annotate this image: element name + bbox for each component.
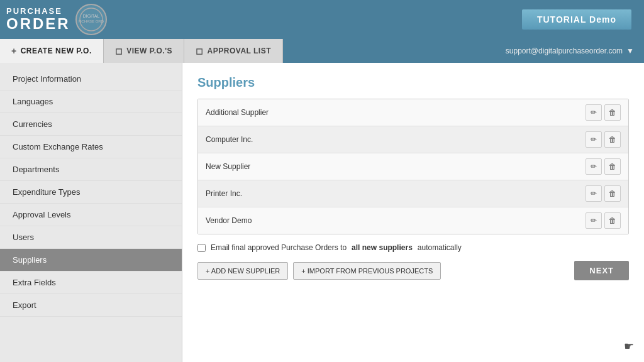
view-po-icon: ◻	[115, 46, 123, 56]
edit-button[interactable]: ✏	[586, 212, 602, 229]
logo-circle: DIGITAL PURCHASE ORDER	[75, 4, 107, 35]
row-actions: ✏ 🗑	[586, 185, 621, 202]
sidebar-item-languages[interactable]: Languages	[0, 90, 182, 113]
tab-approval-list[interactable]: ◻ APPROVAL LIST	[184, 39, 283, 63]
delete-button[interactable]: 🗑	[604, 158, 621, 175]
sidebar-label-departments: Departments	[13, 165, 59, 174]
tab-bar: + CREATE NEW P.O. ◻ VIEW P.O.'S ◻ APPROV…	[0, 39, 644, 63]
tutorial-button[interactable]: TUTORIAL Demo	[522, 9, 631, 30]
delete-button[interactable]: 🗑	[604, 131, 621, 148]
main-area: Project Information Languages Currencies…	[0, 63, 644, 362]
bottom-actions: + ADD NEW SUPPLIER + IMPORT FROM PREVIOU…	[197, 261, 629, 280]
row-actions: ✏ 🗑	[586, 131, 621, 148]
sidebar-label-suppliers: Suppliers	[13, 255, 47, 265]
sidebar-item-extra-fields[interactable]: Extra Fields	[0, 272, 182, 294]
table-row: Vendor Demo ✏ 🗑	[198, 207, 628, 234]
table-row: New Supplier ✏ 🗑	[198, 153, 628, 180]
import-button[interactable]: + IMPORT FROM PREVIOUS PROJECTS	[293, 262, 441, 280]
svg-text:PURCHASE ORDER: PURCHASE ORDER	[79, 19, 104, 23]
sidebar-label-currencies: Currencies	[13, 119, 52, 129]
logo-order: ORDER	[6, 16, 70, 32]
delete-button[interactable]: 🗑	[604, 104, 621, 121]
next-button[interactable]: NEXT	[574, 261, 629, 280]
email-label-suffix: automatically	[418, 243, 462, 252]
supplier-name: New Supplier	[206, 162, 586, 171]
table-row: Printer Inc. ✏ 🗑	[198, 180, 628, 207]
sidebar-item-project-info[interactable]: Project Information	[0, 68, 182, 90]
sidebar-label-custom-exchange: Custom Exchange Rates	[13, 142, 103, 151]
sidebar-item-users[interactable]: Users	[0, 226, 182, 249]
approval-list-icon: ◻	[196, 46, 204, 56]
edit-button[interactable]: ✏	[586, 185, 602, 202]
supplier-name: Vendor Demo	[206, 216, 586, 225]
email-auto-line: Email final approved Purchase Orders to …	[197, 243, 629, 252]
svg-text:DIGITAL: DIGITAL	[82, 14, 99, 18]
sidebar-item-currencies[interactable]: Currencies	[0, 113, 182, 136]
sidebar-label-approval-levels: Approval Levels	[13, 210, 71, 219]
section-title: Suppliers	[197, 75, 629, 90]
add-supplier-button[interactable]: + ADD NEW SUPPLIER	[197, 262, 288, 280]
email-auto-checkbox[interactable]	[197, 244, 206, 252]
sidebar-label-extra-fields: Extra Fields	[13, 278, 56, 287]
sidebar-label-users: Users	[13, 233, 34, 242]
row-actions: ✏ 🗑	[586, 104, 621, 121]
edit-button[interactable]: ✏	[586, 104, 602, 121]
sidebar: Project Information Languages Currencies…	[0, 63, 182, 362]
support-email: support@digitalpurchaseorder.com	[506, 47, 623, 55]
sidebar-label-project-info: Project Information	[13, 74, 81, 84]
delete-button[interactable]: 🗑	[604, 185, 621, 202]
email-arrow-icon: ▼	[626, 47, 634, 55]
cursor-indicator: ☛	[624, 339, 634, 353]
logo-purchase: PURCHASE	[6, 7, 70, 16]
bottom-left-buttons: + ADD NEW SUPPLIER + IMPORT FROM PREVIOU…	[197, 262, 441, 280]
delete-button[interactable]: 🗑	[604, 212, 621, 229]
tab-approval-list-label: APPROVAL LIST	[208, 47, 271, 55]
row-actions: ✏ 🗑	[586, 212, 621, 229]
email-label-prefix: Email final approved Purchase Orders to	[211, 243, 347, 252]
logo-area: PURCHASE ORDER DIGITAL PURCHASE ORDER	[6, 4, 107, 35]
logo-text: PURCHASE ORDER	[6, 7, 70, 33]
table-row: Computer Inc. ✏ 🗑	[198, 126, 628, 153]
create-po-icon: +	[11, 46, 17, 56]
edit-button[interactable]: ✏	[586, 158, 602, 175]
sidebar-item-expenditure-types[interactable]: Expenditure Types	[0, 181, 182, 204]
tab-view-po-label: VIEW P.O.'S	[126, 47, 172, 55]
supplier-list: Additional Supplier ✏ 🗑 Computer Inc. ✏ …	[197, 99, 629, 234]
table-row: Additional Supplier ✏ 🗑	[198, 99, 628, 126]
supplier-name: Additional Supplier	[206, 108, 586, 117]
row-actions: ✏ 🗑	[586, 158, 621, 175]
tab-create-po-label: CREATE NEW P.O.	[21, 47, 92, 55]
email-label-bold: all new suppliers	[352, 243, 413, 252]
sidebar-item-suppliers[interactable]: Suppliers	[0, 249, 182, 272]
sidebar-label-expenditure-types: Expenditure Types	[13, 187, 80, 197]
sidebar-label-export: Export	[13, 300, 36, 310]
sidebar-item-approval-levels[interactable]: Approval Levels	[0, 204, 182, 226]
sidebar-item-export[interactable]: Export	[0, 294, 182, 317]
supplier-name: Computer Inc.	[206, 135, 586, 144]
sidebar-item-custom-exchange[interactable]: Custom Exchange Rates	[0, 136, 182, 158]
sidebar-item-departments[interactable]: Departments	[0, 158, 182, 181]
edit-button[interactable]: ✏	[586, 131, 602, 148]
tab-email: support@digitalpurchaseorder.com ▼	[496, 47, 644, 55]
tab-create-po[interactable]: + CREATE NEW P.O.	[0, 39, 104, 63]
content-area: Suppliers Additional Supplier ✏ 🗑 Comput…	[182, 63, 644, 362]
supplier-name: Printer Inc.	[206, 189, 586, 198]
sidebar-label-languages: Languages	[13, 97, 53, 106]
tab-view-po[interactable]: ◻ VIEW P.O.'S	[104, 39, 184, 63]
app-header: PURCHASE ORDER DIGITAL PURCHASE ORDER TU…	[0, 0, 644, 39]
